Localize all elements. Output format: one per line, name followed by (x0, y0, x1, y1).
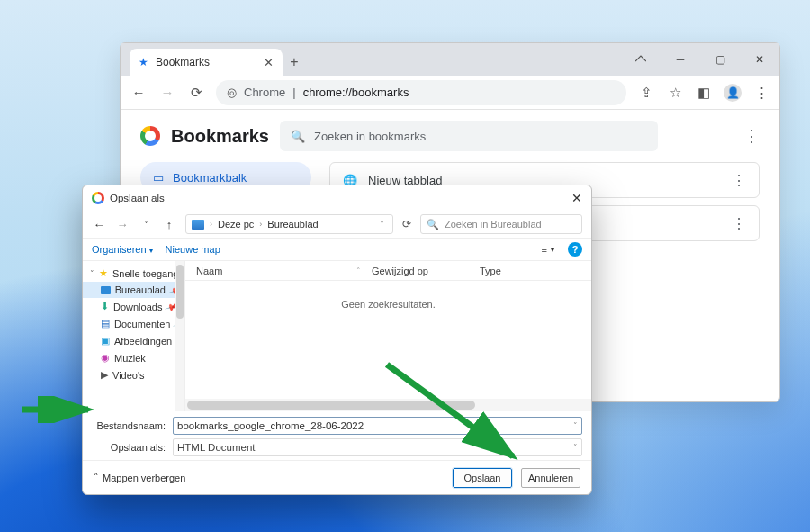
page-title: Bookmarks (171, 126, 269, 147)
sidepanel-icon[interactable]: ◧ (695, 85, 713, 101)
nav-forward-icon[interactable]: → (158, 85, 176, 100)
dialog-search-placeholder: Zoeken in Bureaublad (445, 219, 542, 230)
browser-tab[interactable]: ★ Bookmarks ✕ (130, 49, 283, 76)
cancel-button[interactable]: Annuleren (521, 468, 580, 488)
sidebar-folder-label: Bookmarkbalk (173, 171, 247, 185)
star-icon: ★ (99, 267, 108, 279)
music-icon: ◉ (101, 352, 110, 364)
bookmark-star-icon: ★ (139, 56, 148, 68)
tree-videos[interactable]: ▶ Video's (83, 366, 184, 383)
dlg-up-arrow-icon[interactable]: ↑ (162, 218, 176, 231)
dlg-back-icon[interactable]: ← (92, 218, 106, 231)
refresh-icon[interactable]: ⟳ (402, 218, 411, 230)
new-folder-button[interactable]: Nieuwe map (166, 244, 220, 255)
tree-quick-access[interactable]: ˅ ★ Snelle toegang (83, 265, 184, 282)
document-icon: ▤ (101, 318, 110, 329)
filename-input[interactable]: bookmarks_google_chrome_28-06-2022 ˅ (173, 417, 582, 435)
breadcrumb-root[interactable]: Deze pc (218, 219, 254, 230)
dlg-up-icon[interactable]: ˅ (139, 220, 153, 230)
breadcrumb[interactable]: › Deze pc › Bureaublad ˅ (185, 214, 393, 234)
chevron-right-icon: › (259, 220, 262, 229)
dialog-toolbar: Organiseren ▾ Nieuwe map ≡ ▾ ? (83, 238, 591, 261)
dialog-search[interactable]: 🔍 Zoeken in Bureaublad (420, 214, 582, 234)
chevron-down-icon: ˅ (573, 443, 578, 452)
window-minimize-icon[interactable] (621, 43, 661, 76)
profile-avatar-icon[interactable]: 👤 (724, 84, 742, 102)
chevron-down-icon[interactable]: ˅ (380, 220, 387, 230)
file-list-header: Naam ˄ Gewijzigd op Type (185, 261, 591, 281)
window-maximize-icon[interactable]: ▢ (700, 43, 740, 76)
organize-menu[interactable]: Organiseren ▾ (92, 244, 153, 255)
dialog-title: Opslaan als (110, 193, 165, 203)
col-type[interactable]: Type (469, 266, 512, 276)
tree-pictures[interactable]: ▣ Afbeeldingen 📌 (83, 332, 184, 349)
tree-music[interactable]: ◉ Muziek (83, 349, 184, 366)
dlg-forward-icon[interactable]: → (115, 218, 130, 231)
share-icon[interactable]: ⇪ (637, 85, 655, 101)
tree-scrollbar[interactable] (176, 261, 184, 411)
tab-close-icon[interactable]: ✕ (264, 56, 274, 69)
window-close-icon[interactable]: ✕ (740, 43, 779, 76)
filetype-select[interactable]: HTML Document ˅ (173, 438, 582, 456)
titlebar: ★ Bookmarks ✕ + ─ ▢ ✕ (121, 43, 779, 76)
filename-label: Bestandsnaam: (92, 420, 166, 431)
item-more-icon[interactable]: ⋮ (732, 215, 746, 232)
kebab-menu-icon[interactable]: ⋮ (752, 85, 770, 101)
help-icon[interactable]: ? (568, 242, 582, 257)
col-name[interactable]: Naam (185, 266, 356, 276)
window-minimize2-icon[interactable]: ─ (661, 43, 700, 76)
omnibox-sep: | (292, 86, 295, 99)
horizontal-scrollbar[interactable] (185, 399, 591, 411)
save-button[interactable]: Opslaan (453, 468, 512, 488)
download-icon: ⬇ (101, 301, 109, 312)
dialog-titlebar: Opslaan als ✕ (83, 185, 591, 211)
chrome-logo-icon (140, 126, 160, 146)
item-more-icon[interactable]: ⋮ (732, 172, 746, 189)
folder-icon: ▭ (153, 171, 164, 185)
tree-desktop[interactable]: Bureaublad 📌 (83, 282, 184, 298)
view-mode-button[interactable]: ≡ ▾ (537, 241, 559, 257)
nav-back-icon[interactable]: ← (130, 85, 148, 100)
chrome-chip-icon: ◎ (227, 86, 237, 99)
search-icon: 🔍 (427, 219, 439, 230)
chevron-down-icon: ˅ (90, 269, 94, 278)
filetype-label: Opslaan als: (92, 442, 166, 453)
nav-reload-icon[interactable]: ⟳ (187, 85, 205, 101)
col-modified[interactable]: Gewijzigd op (361, 266, 469, 276)
bookmarks-header: Bookmarks 🔍 Zoeken in bookmarks ⋮ (121, 110, 779, 158)
this-pc-icon (192, 220, 204, 230)
nav-tree: ˅ ★ Snelle toegang Bureaublad 📌 ⬇ Downlo… (83, 261, 185, 411)
hide-folders-toggle[interactable]: ˄ Mappen verbergen (94, 472, 185, 483)
breadcrumb-leaf[interactable]: Bureaublad (267, 219, 318, 230)
bookmarks-search[interactable]: 🔍 Zoeken in bookmarks (280, 121, 658, 151)
toolbar: ← → ⟳ ◎ Chrome | chrome://bookmarks ⇪ ☆ … (121, 76, 779, 110)
chrome-logo-icon (92, 192, 104, 204)
bookmarks-search-placeholder: Zoeken in bookmarks (314, 130, 426, 143)
bookmarks-more-icon[interactable]: ⋮ (743, 126, 760, 146)
search-icon: 🔍 (291, 130, 305, 143)
omnibox-prefix: Chrome (244, 86, 285, 99)
file-list: Naam ˄ Gewijzigd op Type Geen zoekresult… (185, 261, 591, 411)
chevron-up-icon: ˄ (94, 472, 99, 483)
tab-title: Bookmarks (156, 56, 210, 68)
dialog-close-icon[interactable]: ✕ (572, 191, 582, 205)
dialog-footer: ˄ Mappen verbergen Opslaan Annuleren (83, 460, 591, 494)
empty-state: Geen zoekresultaten. (185, 281, 591, 399)
omnibox[interactable]: ◎ Chrome | chrome://bookmarks (216, 80, 626, 105)
picture-icon: ▣ (101, 335, 110, 347)
chevron-down-icon: ▾ (149, 247, 153, 255)
desktop-icon (101, 286, 111, 294)
video-icon: ▶ (101, 369, 108, 381)
tree-downloads[interactable]: ⬇ Downloads 📌 (83, 298, 184, 315)
chevron-right-icon: › (210, 220, 212, 229)
omnibox-url: chrome://bookmarks (303, 86, 410, 99)
tree-documents[interactable]: ▤ Documenten 📌 (83, 315, 184, 332)
chevron-down-icon[interactable]: ˅ (573, 421, 578, 430)
bookmark-icon[interactable]: ☆ (666, 85, 684, 101)
dialog-nav: ← → ˅ ↑ › Deze pc › Bureaublad ˅ ⟳ 🔍 Zoe… (83, 211, 591, 238)
save-as-dialog: Opslaan als ✕ ← → ˅ ↑ › Deze pc › Bureau… (82, 185, 592, 495)
new-tab-button[interactable]: + (283, 49, 306, 76)
